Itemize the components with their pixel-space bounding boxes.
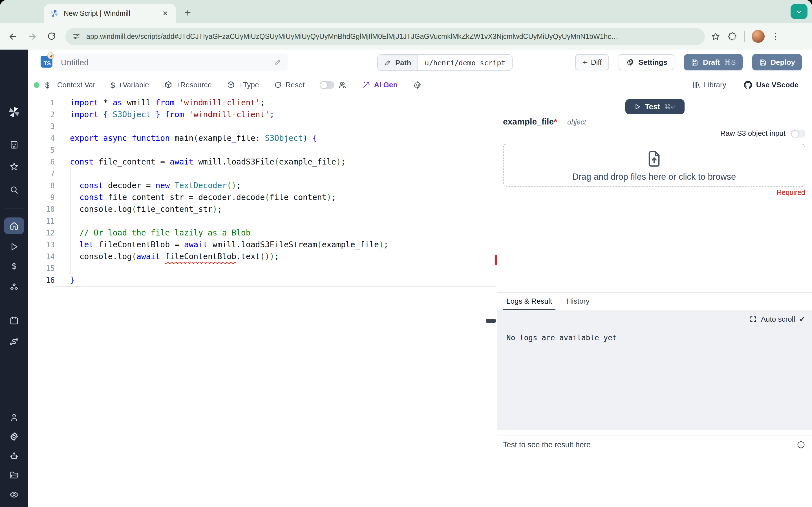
sidebar-item-schedules-calendar[interactable] [4,312,24,329]
github-icon [743,80,753,90]
profile-avatar[interactable] [752,30,765,43]
settings-label: Settings [638,58,667,66]
code-line[interactable]: const file_content_str = decoder.decode(… [70,191,389,203]
multiplayer-switch[interactable] [320,81,335,89]
diff-button[interactable]: ± Diff [575,54,609,70]
raw-s3-toggle-row: Raw S3 object input [720,129,805,137]
back-button[interactable] [3,27,22,46]
path-widget[interactable]: Path u/henri/demo_script [377,54,513,71]
code-line[interactable]: console.log(await fileContentBlob.text()… [70,251,389,263]
sidebar-item-settings-gear[interactable] [4,428,24,445]
browser-toolbar: app.windmill.dev/scripts/add#JTdCJTIyaGF… [0,23,812,50]
code-line[interactable]: import * as wmill from 'windmill-client'… [70,97,389,109]
path-value[interactable]: u/henri/demo_script [417,55,512,70]
edit-pencil-icon[interactable] [273,58,282,66]
audit-eye-icon [9,490,19,500]
url-text[interactable]: app.windmill.dev/scripts/add#JTdCJTIyaGF… [86,33,698,40]
use-vscode-button[interactable]: Use VScode [743,80,799,90]
sidebar-item-resources-cubes[interactable] [4,279,24,296]
sidebar-item-folders-folder[interactable] [4,467,24,484]
extensions-puzzle-icon[interactable] [727,31,738,41]
argument-name: example_file* [503,117,557,126]
draft-label: Draft [703,58,720,66]
editor-toolbar: $ +Context Var $ +Variable +Resource +Ty… [28,75,812,95]
sidebar-item-favorites-star[interactable] [4,158,24,175]
workers-robot-icon [9,451,19,461]
site-settings-icon[interactable] [72,32,81,41]
test-button[interactable]: Test ⌘↵ [625,99,684,114]
sidebar-item-home[interactable] [4,217,24,234]
ai-gen-button[interactable]: AI Gen [362,80,398,89]
url-bar[interactable]: app.windmill.dev/scripts/add#JTdCJTIyaGF… [65,28,705,45]
code-line[interactable]: // Or load the file lazily as a Blob [70,227,389,239]
code-line[interactable]: } [70,274,389,286]
reload-button[interactable] [42,27,61,46]
screenshot-root: New Script | Windmill ✕ + app.windmill.d… [0,0,812,507]
tab-close-icon[interactable]: ✕ [160,8,170,18]
auto-scroll-control[interactable]: Auto scroll ✓ [750,315,805,323]
info-icon[interactable] [797,441,805,449]
browser-menu-icon[interactable]: ⋮ [771,31,780,41]
sidebar-rail [0,50,28,507]
code-line[interactable]: const file_content = await wmill.loadS3F… [70,156,389,168]
tab-logs-result[interactable]: Logs & Result [506,297,552,310]
settings-gear-icon [9,432,19,442]
draft-button[interactable]: Draft ⌘S [684,54,742,70]
code-line[interactable] [70,121,389,132]
add-variable-button[interactable]: $ +Variable [110,80,149,89]
split-drag-handle[interactable] [495,255,497,265]
settings-button[interactable]: Settings [619,54,675,70]
script-title-input[interactable]: Untitled [55,54,288,71]
line-number: 3 [38,121,55,132]
sidebar-item-workers-robot[interactable] [4,448,24,465]
bookmark-star-icon[interactable] [711,31,721,41]
code-line[interactable]: let fileContentBlob = await wmill.loadS3… [70,239,389,251]
line-number: 5 [38,144,55,156]
code-line[interactable] [70,263,389,274]
editor-settings-button[interactable] [413,80,422,89]
deploy-button[interactable]: Deploy [752,54,802,70]
code-content[interactable]: import * as wmill from 'windmill-client'… [70,97,389,286]
dollar-icon: $ [45,80,50,89]
sidebar-item-search[interactable] [4,181,24,198]
windmill-logo-icon[interactable] [4,104,24,121]
code-line[interactable] [70,215,389,227]
code-line[interactable] [70,144,389,156]
sidebar-item-audit-eye[interactable] [4,486,24,503]
sidebar-item-variables-dollar[interactable] [4,258,24,275]
code-line[interactable] [70,168,389,180]
people-icon [338,80,347,89]
new-tab-button[interactable]: + [181,6,195,20]
check-icon: ✓ [799,315,805,323]
script-header: TS Untitled Path u/henri/demo_script ± D… [28,50,812,75]
gear-icon [626,58,635,66]
window-control-button[interactable] [791,4,808,19]
reset-button[interactable]: Reset [274,80,305,89]
raw-s3-switch[interactable] [791,129,805,137]
result-placeholder-row: Test to see the result here [497,435,812,454]
add-resource-button[interactable]: +Resource [164,80,211,89]
library-button[interactable]: Library [692,80,726,89]
sidebar-item-runs-play[interactable] [4,238,24,255]
code-line[interactable]: export async function main(example_file:… [70,132,389,144]
browser-tab[interactable]: New Script | Windmill ✕ [44,4,176,23]
code-line[interactable]: import { S3Object } from 'windmill-clien… [70,109,389,121]
edit-pencil-icon [384,59,391,66]
code-line[interactable]: console.log(file_content_str); [70,203,389,215]
divider [4,122,24,122]
favorites-star-icon [9,162,19,172]
add-context-var-button[interactable]: $ +Context Var [45,80,95,89]
sidebar-item-users-person[interactable] [4,409,24,426]
multiplayer-toggle[interactable] [320,80,347,89]
tab-history[interactable]: History [567,297,590,310]
horizontal-scrollbar[interactable] [486,319,496,323]
sidebar-item-flows-route[interactable] [4,333,24,350]
browser-tab-strip: New Script | Windmill ✕ + [0,0,812,23]
file-dropzone[interactable]: Drag and drop files here or click to bro… [503,144,805,187]
path-label-section[interactable]: Path [378,55,417,70]
code-editor[interactable]: 12345678910111213141516 import * as wmil… [28,94,497,507]
sidebar-item-workspace-building[interactable] [4,136,24,153]
add-type-button[interactable]: +Type [227,80,259,89]
code-line[interactable]: const decoder = new TextDecoder(); [70,180,389,191]
forward-button[interactable] [22,27,42,46]
